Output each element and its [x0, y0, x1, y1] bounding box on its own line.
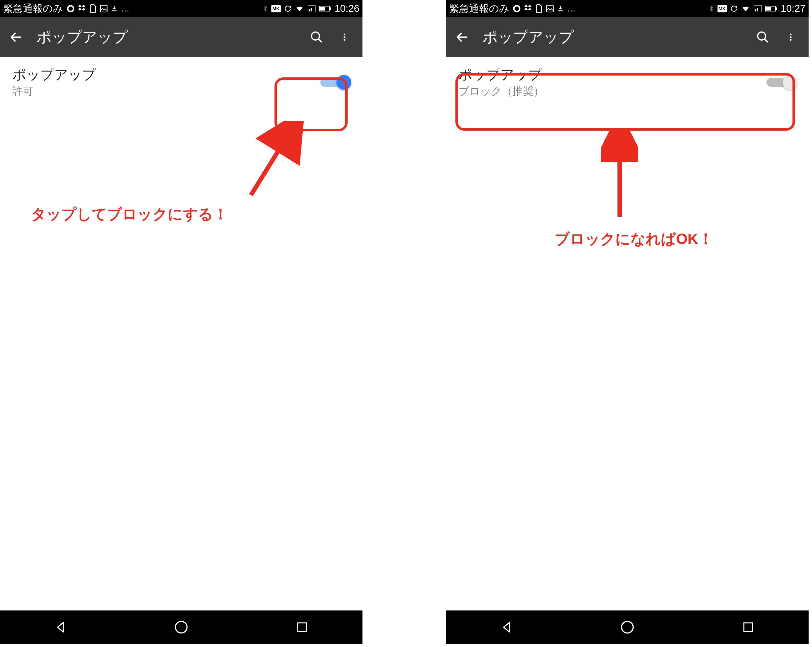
annotation-arrow-icon [601, 130, 638, 223]
svg-rect-22 [558, 10, 563, 11]
mk-badge-icon: MK [272, 5, 281, 12]
svg-rect-21 [546, 5, 553, 12]
svg-line-16 [251, 130, 291, 195]
svg-rect-37 [744, 623, 752, 632]
nav-bar [446, 610, 809, 644]
svg-rect-26 [755, 9, 756, 11]
annotation-text: ブロックになればOK！ [554, 229, 713, 249]
overflow-menu-button[interactable] [335, 28, 354, 46]
nav-back-button[interactable] [497, 618, 516, 636]
svg-point-13 [343, 33, 345, 35]
svg-point-31 [758, 32, 766, 40]
dropbox-icon [524, 5, 533, 13]
search-button[interactable] [754, 28, 772, 46]
carrier-label: 緊急通報のみ [3, 2, 63, 15]
firefox-icon [513, 5, 521, 13]
bluetooth-icon [262, 5, 268, 13]
svg-rect-29 [766, 7, 771, 11]
download-icon [557, 5, 564, 13]
app-bar: ポップアップ [0, 17, 362, 57]
setting-label: ポップアップ [458, 66, 766, 83]
svg-point-15 [343, 39, 345, 41]
popup-toggle[interactable] [766, 76, 796, 89]
nav-recent-button[interactable] [739, 618, 757, 636]
phone-left-screenshot: 緊急通報のみ … MK 10:26 ポッ [0, 0, 362, 644]
svg-rect-7 [308, 9, 310, 11]
battery-icon [319, 5, 331, 12]
svg-rect-2 [101, 5, 107, 12]
clock: 10:26 [334, 3, 359, 14]
clock: 10:27 [781, 3, 806, 14]
back-button[interactable] [455, 30, 470, 44]
svg-point-1 [69, 6, 73, 11]
svg-text:MK: MK [719, 6, 725, 11]
svg-rect-8 [311, 8, 312, 11]
nav-recent-button[interactable] [293, 618, 311, 636]
annotation-text: タップしてブロックにする！ [31, 204, 228, 224]
status-left: 緊急通報のみ … [3, 2, 130, 15]
search-button[interactable] [307, 28, 326, 46]
phone-right-screenshot: 緊急通報のみ … MK 10:27 ポップアップ [446, 0, 809, 644]
download-icon [111, 5, 118, 13]
settings-content: ポップアップ ブロック（推奨） [446, 57, 809, 108]
annotation-arrow-icon [238, 121, 307, 201]
setting-sublabel: ブロック（推奨） [458, 84, 766, 99]
svg-point-36 [621, 621, 633, 633]
more-dots-icon: … [121, 4, 130, 14]
svg-rect-3 [112, 10, 117, 11]
mk-badge-icon: MK [717, 5, 727, 12]
firefox-icon [66, 5, 75, 13]
signal-icon [754, 5, 762, 13]
sim-icon [536, 5, 543, 13]
popup-setting-row[interactable]: ポップアップ ブロック（推奨） [446, 57, 809, 108]
status-bar: 緊急通報のみ … MK 10:27 [446, 0, 809, 17]
setting-sublabel: 許可 [12, 84, 321, 99]
svg-rect-10 [320, 7, 325, 11]
svg-point-32 [790, 33, 792, 35]
svg-point-17 [176, 621, 187, 633]
wifi-icon [741, 5, 750, 13]
signal-icon [307, 5, 316, 13]
wifi-icon [295, 5, 304, 13]
status-left: 緊急通報のみ … [449, 2, 575, 15]
app-bar: ポップアップ [446, 17, 809, 57]
status-right: MK 10:27 [708, 3, 806, 14]
svg-rect-30 [776, 8, 777, 10]
sim-icon [90, 5, 97, 13]
setting-label: ポップアップ [12, 66, 321, 83]
overflow-menu-button[interactable] [781, 28, 800, 46]
svg-rect-11 [330, 8, 331, 10]
svg-text:MK: MK [272, 6, 279, 11]
back-button[interactable] [9, 30, 24, 44]
bluetooth-icon [708, 5, 714, 13]
svg-point-14 [343, 36, 345, 38]
svg-point-33 [790, 36, 792, 38]
settings-content: ポップアップ 許可 [0, 57, 362, 108]
svg-rect-18 [298, 623, 307, 632]
nav-home-button[interactable] [618, 618, 636, 636]
nav-back-button[interactable] [51, 618, 70, 636]
dropbox-icon [78, 5, 87, 13]
page-title: ポップアップ [483, 27, 744, 47]
picture-icon [100, 5, 108, 13]
status-bar: 緊急通報のみ … MK 10:26 [0, 0, 362, 17]
svg-point-20 [514, 6, 519, 11]
sync-icon [284, 5, 292, 13]
carrier-label: 緊急通報のみ [449, 2, 509, 15]
svg-point-12 [312, 32, 320, 40]
more-dots-icon: … [567, 4, 575, 14]
nav-bar [0, 610, 362, 644]
status-right: MK 10:26 [262, 3, 359, 14]
popup-setting-row[interactable]: ポップアップ 許可 [0, 57, 362, 108]
nav-home-button[interactable] [172, 618, 191, 636]
page-title: ポップアップ [37, 27, 298, 47]
popup-toggle[interactable] [321, 76, 350, 89]
picture-icon [546, 5, 554, 13]
svg-point-34 [790, 39, 792, 41]
svg-rect-27 [757, 8, 758, 11]
sync-icon [730, 5, 738, 13]
battery-icon [765, 5, 778, 12]
